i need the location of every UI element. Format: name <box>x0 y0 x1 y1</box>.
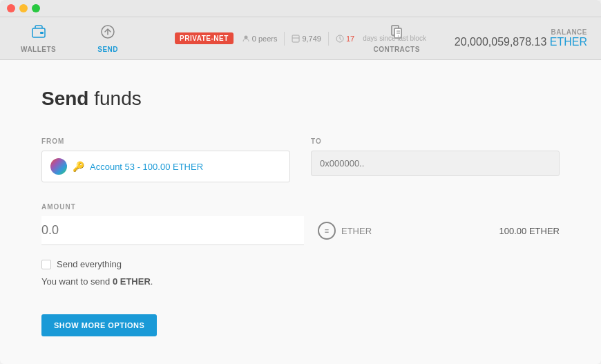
amount-section: AMOUNT ≡ ETHER 100.00 ETHER <box>41 203 560 245</box>
nav-item-send[interactable]: SEND <box>90 19 125 59</box>
svg-rect-1 <box>40 32 44 34</box>
to-input[interactable] <box>311 151 560 176</box>
svg-rect-4 <box>292 35 299 42</box>
from-label: FROM <box>41 137 290 145</box>
summary-prefix: You want to send <box>41 276 113 287</box>
amount-input-wrap <box>41 216 304 245</box>
to-group: TO <box>311 137 560 182</box>
blocks-value: 9,749 <box>302 35 321 43</box>
network-info: PRIVATE-NET 0 peers 9,749 17 days since … <box>175 32 426 46</box>
minimize-button[interactable] <box>19 4 28 12</box>
send-summary: You want to send 0 ETHER. <box>41 276 560 287</box>
nav-left: WALLETS SEND <box>14 19 125 59</box>
key-icon: 🔑 <box>73 161 84 172</box>
navbar: WALLETS SEND PRIVATE-NET 0 peers <box>0 17 601 60</box>
send-everything-checkbox[interactable] <box>41 260 51 269</box>
to-label: TO <box>311 137 560 145</box>
titlebar <box>0 0 601 17</box>
close-button[interactable] <box>7 4 15 12</box>
send-everything-row: Send everything <box>41 259 560 269</box>
days-stat: 17 <box>336 35 354 43</box>
blocks-stat: 9,749 <box>292 35 321 43</box>
peers-stat: 0 peers <box>242 35 278 43</box>
balance-label: BALANCE <box>455 28 587 36</box>
balance-amount: 20,000,059,878.13 ETHER <box>455 36 587 48</box>
balance-display: BALANCE 20,000,059,878.13 ETHER <box>455 28 587 48</box>
currency-balance: 100.00 ETHER <box>499 226 560 236</box>
show-more-button[interactable]: SHOW MORE OPTIONS <box>41 314 157 336</box>
network-stats: 0 peers 9,749 17 <box>242 32 354 46</box>
maximize-button[interactable] <box>32 4 40 12</box>
network-badge: PRIVATE-NET <box>175 32 233 44</box>
from-group: FROM 🔑 Account 53 - 100.00 ETHER <box>41 137 290 182</box>
days-value: 17 <box>346 35 354 43</box>
balance-number: 20,000,059,878.13 <box>455 36 546 48</box>
main-content: Send funds FROM 🔑 Account 53 - 100.00 ET… <box>0 60 601 364</box>
app-window: WALLETS SEND PRIVATE-NET 0 peers <box>0 0 601 364</box>
currency-name: ETHER <box>341 226 372 236</box>
days-label: days since last block <box>363 35 426 42</box>
ether-icon: ≡ <box>318 222 336 240</box>
currency-info: ≡ ETHER <box>318 222 372 240</box>
amount-row: ≡ ETHER 100.00 ETHER <box>41 216 560 245</box>
balance-unit: ETHER <box>550 36 587 48</box>
page-title: Send funds <box>41 88 560 110</box>
traffic-lights <box>7 4 40 12</box>
nav-item-wallets[interactable]: WALLETS <box>14 19 63 59</box>
summary-suffix: . <box>151 276 153 287</box>
from-field[interactable]: 🔑 Account 53 - 100.00 ETHER <box>41 151 290 182</box>
peers-value: 0 peers <box>252 35 278 43</box>
amount-input[interactable] <box>41 216 304 245</box>
wallets-icon <box>31 24 46 43</box>
page-title-prefix: Send <box>41 88 88 109</box>
account-name: Account 53 - 100.00 ETHER <box>90 162 203 172</box>
wallets-label: WALLETS <box>21 46 56 53</box>
from-to-section: FROM 🔑 Account 53 - 100.00 ETHER TO <box>41 137 560 182</box>
summary-amount: 0 ETHER <box>113 276 151 287</box>
send-everything-label: Send everything <box>57 259 122 269</box>
contracts-label: CONTRACTS <box>374 46 420 53</box>
page-title-suffix: funds <box>88 88 141 109</box>
amount-label: AMOUNT <box>41 203 560 211</box>
send-icon <box>100 24 115 43</box>
send-label: SEND <box>97 46 118 53</box>
account-avatar <box>50 158 67 175</box>
